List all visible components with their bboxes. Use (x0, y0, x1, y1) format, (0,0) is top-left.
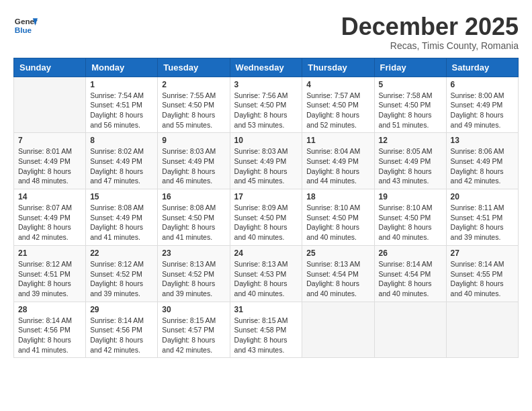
day-number: 25 (306, 248, 369, 258)
calendar-table: SundayMondayTuesdayWednesdayThursdayFrid… (13, 58, 519, 359)
day-of-week-header: Sunday (14, 58, 86, 77)
calendar-cell (14, 77, 86, 133)
day-number: 24 (234, 248, 298, 258)
calendar-cell: 21Sunrise: 8:12 AMSunset: 4:51 PMDayligh… (14, 245, 86, 302)
calendar-cell: 28Sunrise: 8:14 AMSunset: 4:56 PMDayligh… (14, 302, 86, 358)
day-number: 27 (451, 248, 514, 258)
day-of-week-header: Thursday (302, 58, 374, 77)
calendar-cell: 3Sunrise: 7:56 AMSunset: 4:50 PMDaylight… (230, 77, 302, 133)
day-info: Sunrise: 8:08 AMSunset: 4:50 PMDaylight:… (162, 203, 225, 242)
calendar-week-row: 1Sunrise: 7:54 AMSunset: 4:51 PMDaylight… (14, 77, 519, 133)
calendar-cell: 19Sunrise: 8:10 AMSunset: 4:50 PMDayligh… (374, 189, 446, 246)
svg-text:Blue: Blue (15, 26, 32, 34)
calendar-cell: 18Sunrise: 8:10 AMSunset: 4:50 PMDayligh… (302, 189, 374, 246)
day-info: Sunrise: 7:54 AMSunset: 4:51 PMDaylight:… (90, 91, 153, 130)
day-number: 9 (162, 136, 225, 145)
calendar-cell: 4Sunrise: 7:57 AMSunset: 4:50 PMDaylight… (302, 77, 374, 133)
calendar-cell: 10Sunrise: 8:03 AMSunset: 4:49 PMDayligh… (230, 133, 302, 189)
day-info: Sunrise: 8:14 AMSunset: 4:56 PMDaylight:… (90, 316, 153, 355)
day-info: Sunrise: 8:12 AMSunset: 4:51 PMDaylight:… (18, 259, 81, 299)
day-number: 26 (379, 248, 442, 258)
day-info: Sunrise: 8:12 AMSunset: 4:52 PMDaylight:… (90, 259, 153, 299)
calendar-week-row: 28Sunrise: 8:14 AMSunset: 4:56 PMDayligh… (14, 302, 519, 358)
day-number: 18 (306, 192, 369, 201)
calendar-week-row: 14Sunrise: 8:07 AMSunset: 4:49 PMDayligh… (14, 189, 519, 246)
day-number: 4 (306, 80, 369, 89)
day-number: 14 (18, 192, 81, 201)
calendar-cell: 24Sunrise: 8:13 AMSunset: 4:53 PMDayligh… (230, 245, 302, 302)
day-number: 11 (306, 136, 369, 145)
day-number: 30 (162, 305, 225, 314)
calendar-cell (374, 302, 446, 358)
calendar-cell: 23Sunrise: 8:13 AMSunset: 4:52 PMDayligh… (158, 245, 230, 302)
day-of-week-header: Wednesday (230, 58, 302, 77)
page-header: General Blue December 2025 Recas, Timis … (13, 13, 519, 51)
day-info: Sunrise: 8:14 AMSunset: 4:55 PMDaylight:… (451, 259, 514, 299)
day-info: Sunrise: 8:00 AMSunset: 4:49 PMDaylight:… (451, 91, 514, 130)
day-info: Sunrise: 7:56 AMSunset: 4:50 PMDaylight:… (234, 91, 298, 130)
calendar-week-row: 21Sunrise: 8:12 AMSunset: 4:51 PMDayligh… (14, 245, 519, 302)
calendar-cell: 11Sunrise: 8:04 AMSunset: 4:49 PMDayligh… (302, 133, 374, 189)
day-info: Sunrise: 8:03 AMSunset: 4:49 PMDaylight:… (234, 146, 298, 186)
day-info: Sunrise: 8:01 AMSunset: 4:49 PMDaylight:… (18, 146, 81, 186)
day-info: Sunrise: 8:09 AMSunset: 4:50 PMDaylight:… (234, 203, 298, 242)
day-number: 2 (162, 80, 225, 89)
calendar-cell: 8Sunrise: 8:02 AMSunset: 4:49 PMDaylight… (86, 133, 158, 189)
day-number: 10 (234, 136, 298, 145)
day-number: 15 (90, 192, 153, 201)
day-info: Sunrise: 8:10 AMSunset: 4:50 PMDaylight:… (379, 203, 442, 242)
day-info: Sunrise: 8:14 AMSunset: 4:56 PMDaylight:… (18, 316, 81, 355)
day-info: Sunrise: 8:04 AMSunset: 4:49 PMDaylight:… (306, 146, 369, 186)
day-number: 31 (234, 305, 298, 314)
calendar-cell: 30Sunrise: 8:15 AMSunset: 4:57 PMDayligh… (158, 302, 230, 358)
day-of-week-header: Monday (86, 58, 158, 77)
day-number: 3 (234, 80, 298, 89)
day-info: Sunrise: 8:05 AMSunset: 4:49 PMDaylight:… (379, 146, 442, 186)
day-number: 7 (18, 136, 81, 145)
calendar-cell (302, 302, 374, 358)
day-number: 19 (379, 192, 442, 201)
day-info: Sunrise: 8:13 AMSunset: 4:52 PMDaylight:… (162, 259, 225, 299)
calendar-header-row: SundayMondayTuesdayWednesdayThursdayFrid… (14, 58, 519, 77)
calendar-cell: 20Sunrise: 8:11 AMSunset: 4:51 PMDayligh… (446, 189, 518, 246)
calendar-cell: 9Sunrise: 8:03 AMSunset: 4:49 PMDaylight… (158, 133, 230, 189)
calendar-week-row: 7Sunrise: 8:01 AMSunset: 4:49 PMDaylight… (14, 133, 519, 189)
logo: General Blue (13, 13, 38, 38)
day-info: Sunrise: 8:13 AMSunset: 4:53 PMDaylight:… (234, 259, 298, 299)
calendar-cell: 16Sunrise: 8:08 AMSunset: 4:50 PMDayligh… (158, 189, 230, 246)
day-number: 8 (90, 136, 153, 145)
calendar-cell (446, 302, 518, 358)
day-number: 29 (90, 305, 153, 314)
day-number: 5 (379, 80, 442, 89)
calendar-cell: 12Sunrise: 8:05 AMSunset: 4:49 PMDayligh… (374, 133, 446, 189)
calendar-cell: 7Sunrise: 8:01 AMSunset: 4:49 PMDaylight… (14, 133, 86, 189)
calendar-cell: 25Sunrise: 8:13 AMSunset: 4:54 PMDayligh… (302, 245, 374, 302)
day-info: Sunrise: 8:07 AMSunset: 4:49 PMDaylight:… (18, 203, 81, 242)
calendar-cell: 15Sunrise: 8:08 AMSunset: 4:49 PMDayligh… (86, 189, 158, 246)
calendar-cell: 29Sunrise: 8:14 AMSunset: 4:56 PMDayligh… (86, 302, 158, 358)
day-number: 16 (162, 192, 225, 201)
location-subtitle: Recas, Timis County, Romania (341, 40, 519, 51)
day-info: Sunrise: 7:57 AMSunset: 4:50 PMDaylight:… (306, 91, 369, 130)
calendar-cell: 13Sunrise: 8:06 AMSunset: 4:49 PMDayligh… (446, 133, 518, 189)
day-of-week-header: Saturday (446, 58, 518, 77)
calendar-cell: 27Sunrise: 8:14 AMSunset: 4:55 PMDayligh… (446, 245, 518, 302)
day-number: 28 (18, 305, 81, 314)
day-number: 6 (451, 80, 514, 89)
day-number: 22 (90, 248, 153, 258)
day-number: 21 (18, 248, 81, 258)
logo-icon: General Blue (13, 13, 38, 38)
calendar-cell: 5Sunrise: 7:58 AMSunset: 4:50 PMDaylight… (374, 77, 446, 133)
day-info: Sunrise: 7:58 AMSunset: 4:50 PMDaylight:… (379, 91, 442, 130)
calendar-cell: 1Sunrise: 7:54 AMSunset: 4:51 PMDaylight… (86, 77, 158, 133)
day-number: 1 (90, 80, 153, 89)
day-of-week-header: Tuesday (158, 58, 230, 77)
calendar-cell: 2Sunrise: 7:55 AMSunset: 4:50 PMDaylight… (158, 77, 230, 133)
day-info: Sunrise: 8:10 AMSunset: 4:50 PMDaylight:… (306, 203, 369, 242)
day-info: Sunrise: 7:55 AMSunset: 4:50 PMDaylight:… (162, 91, 225, 130)
day-number: 17 (234, 192, 298, 201)
day-of-week-header: Friday (374, 58, 446, 77)
day-number: 23 (162, 248, 225, 258)
day-number: 13 (451, 136, 514, 145)
day-info: Sunrise: 8:11 AMSunset: 4:51 PMDaylight:… (451, 203, 514, 242)
